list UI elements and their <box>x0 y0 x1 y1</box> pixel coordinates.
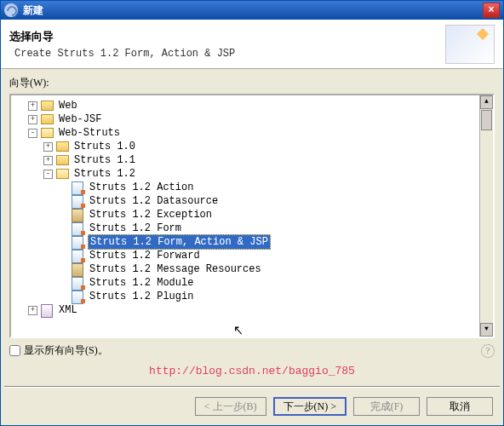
tree-item[interactable]: Struts 1.2 Plugin <box>13 290 491 303</box>
expand-toggle[interactable]: + <box>28 115 37 124</box>
scroll-down-button[interactable]: ▼ <box>480 323 493 337</box>
banner: 选择向导 Create Struts 1.2 Form, Action & JS… <box>1 20 503 69</box>
folder-icon <box>41 101 54 111</box>
wizards-label: 向导(W): <box>9 76 495 90</box>
wizard-item-icon <box>72 181 84 193</box>
finish-button[interactable]: 完成(F) <box>353 397 420 416</box>
wizard-item-icon <box>72 195 84 207</box>
tree-item-label: Struts 1.2 Exception <box>88 208 214 222</box>
folder-open-icon <box>41 128 54 138</box>
wizard-item-icon <box>72 277 84 289</box>
scrollbar[interactable]: ▲ ▼ <box>479 95 493 337</box>
tree-item-label: Struts 1.0 <box>72 140 137 153</box>
tree-folder[interactable]: +Web <box>13 99 491 112</box>
expand-toggle[interactable]: - <box>43 170 53 179</box>
titlebar[interactable]: 新建 × <box>1 1 503 20</box>
wizard-item-icon <box>72 236 84 248</box>
expand-toggle[interactable]: + <box>28 101 37 111</box>
wizard-icon <box>445 25 495 64</box>
resource-icon <box>72 263 84 275</box>
banner-subtitle: Create Struts 1.2 Form, Action & JSP <box>14 48 445 60</box>
resource-icon <box>72 209 84 221</box>
folder-icon <box>56 155 69 165</box>
tree-item-label: Struts 1.2 Form, Action & JSP <box>88 234 271 250</box>
xml-icon <box>41 304 54 316</box>
tree-item-label: Struts 1.2 Plugin <box>88 290 195 303</box>
tree-item[interactable]: Struts 1.2 Exception <box>13 208 491 222</box>
tree-folder[interactable]: +Web-JSF <box>13 112 491 126</box>
tree-item-label: Struts 1.2 Forward <box>88 249 202 262</box>
tree-folder[interactable]: +Struts 1.1 <box>13 153 491 167</box>
tree-item-label: Struts 1.2 Module <box>88 276 195 290</box>
tree-item-label: Web <box>57 99 79 112</box>
expand-toggle[interactable]: + <box>43 142 53 152</box>
tree-item-label: Struts 1.2 Form <box>88 222 183 235</box>
tree-item[interactable]: Struts 1.2 Form <box>13 222 491 235</box>
button-bar: < 上一步(B) 下一步(N) > 完成(F) 取消 <box>1 388 503 425</box>
tree-item-label: Web-JSF <box>57 112 103 126</box>
tree-item-label: Struts 1.2 Datasource <box>88 194 220 208</box>
banner-text: 选择向导 Create Struts 1.2 Form, Action & JS… <box>9 29 445 60</box>
wizard-tree[interactable]: +Web+Web-JSF-Web-Struts+Struts 1.0+Strut… <box>9 94 495 338</box>
tree-folder[interactable]: +Struts 1.0 <box>13 140 491 153</box>
next-button[interactable]: 下一步(N) > <box>273 397 346 416</box>
show-all-row: 显示所有向导(S)。 ? <box>9 343 495 358</box>
tree-item-label: Struts 1.2 Message Resources <box>88 262 263 276</box>
titlebar-title: 新建 <box>23 3 483 18</box>
tree-item-label: XML <box>57 303 79 317</box>
eclipse-icon <box>4 3 18 17</box>
scroll-thumb[interactable] <box>481 110 492 130</box>
tree-folder[interactable]: -Web-Struts <box>13 126 491 140</box>
folder-icon <box>41 114 54 124</box>
expand-toggle[interactable]: + <box>43 156 53 165</box>
content-area: 向导(W): +Web+Web-JSF-Web-Struts+Struts 1.… <box>1 69 503 386</box>
watermark: http://blog.csdn.net/baggio_785 <box>9 360 495 386</box>
show-all-checkbox[interactable] <box>9 345 20 356</box>
tree-folder[interactable]: +XML <box>13 303 491 317</box>
dialog-window: 新建 × 选择向导 Create Struts 1.2 Form, Action… <box>0 0 504 426</box>
wizard-item-icon <box>72 222 84 234</box>
tree-folder[interactable]: -Struts 1.2 <box>13 167 491 181</box>
wizard-item-icon <box>72 250 84 262</box>
folder-open-icon <box>56 169 69 179</box>
tree-item[interactable]: Struts 1.2 Module <box>13 276 491 290</box>
show-all-label: 显示所有向导(S)。 <box>24 343 108 358</box>
help-icon[interactable]: ? <box>481 344 495 358</box>
expand-toggle[interactable]: - <box>28 129 37 138</box>
tree-item[interactable]: Struts 1.2 Action <box>13 181 491 194</box>
tree-item[interactable]: Struts 1.2 Datasource <box>13 194 491 208</box>
close-button[interactable]: × <box>483 3 500 18</box>
tree-item-label: Struts 1.2 Action <box>88 181 195 194</box>
wizard-item-icon <box>72 291 84 302</box>
folder-icon <box>56 141 69 152</box>
tree-item-label: Web-Struts <box>57 126 122 140</box>
scroll-up-button[interactable]: ▲ <box>480 95 493 109</box>
expand-toggle[interactable]: + <box>28 306 37 315</box>
tree-item-label: Struts 1.2 <box>72 167 137 181</box>
back-button[interactable]: < 上一步(B) <box>195 397 266 416</box>
banner-title: 选择向导 <box>9 29 445 44</box>
tree-item[interactable]: Struts 1.2 Forward <box>13 249 491 262</box>
tree-item[interactable]: Struts 1.2 Message Resources <box>13 262 491 276</box>
cancel-button[interactable]: 取消 <box>427 397 493 416</box>
tree-item[interactable]: Struts 1.2 Form, Action & JSP <box>13 235 491 249</box>
tree-item-label: Struts 1.1 <box>72 153 137 167</box>
